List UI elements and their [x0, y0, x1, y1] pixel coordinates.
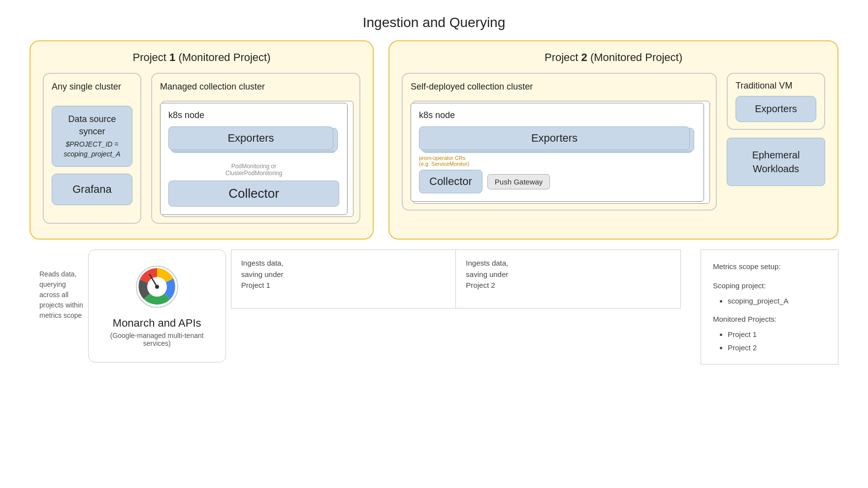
page-title: Ingestion and Querying — [0, 0, 868, 40]
self-deployed-cluster-box: Self-deployed collection cluster k8s nod… — [402, 73, 717, 211]
collector-row: Collector Push Gateway — [419, 170, 696, 193]
exporters-box: Exporters — [168, 126, 333, 150]
scoping-project-value: scoping_project_A — [728, 294, 826, 307]
traditional-vm-label: Traditional VM — [736, 81, 816, 91]
monarch-icon — [135, 265, 179, 309]
managed-cluster-box: Managed collection cluster k8s node — [151, 73, 360, 224]
ingest1-block: Ingests data, saving under Project 1 — [231, 249, 456, 308]
project2-box: Project 2 (Monitored Project) Self-deplo… — [388, 40, 838, 240]
monitored-label: Monitored Projects: — [713, 312, 826, 326]
project2-label: Project 2 (Monitored Project) — [402, 51, 825, 64]
bottom-row: Reads data, querying across all projects… — [30, 249, 838, 365]
reads-data-text: Reads data, querying across all projects… — [39, 249, 83, 321]
exporters-box-p2: Exporters — [419, 126, 690, 150]
push-gateway-box: Push Gateway — [487, 174, 550, 189]
k8s-node-label: k8s node — [168, 110, 339, 121]
data-source-box: Data source syncer $PROJECT_ID = scoping… — [52, 106, 132, 167]
monitored-item-2: Project 2 — [728, 341, 826, 354]
monitored-item-1: Project 1 — [728, 328, 826, 341]
project1-label: Project 1 (Monitored Project) — [43, 51, 360, 64]
metrics-scope-box: Metrics scope setup: Scoping project: sc… — [701, 249, 838, 365]
collector-box: Collector — [168, 181, 339, 207]
monarch-box-wrapper: Monarch and APIs (Google-managed multi-t… — [88, 249, 226, 363]
ingest2-block: Ingests data, saving under Project 2 — [455, 249, 681, 308]
grafana-box: Grafana — [52, 174, 132, 205]
k8s-main-card: k8s node Exporters PodMonitoring or Clus… — [160, 103, 348, 215]
collector-box-p2: Collector — [419, 170, 482, 193]
data-source-subtitle: $PROJECT_ID = scoping_project_A — [61, 140, 123, 159]
k8s-node-label-p2: k8s node — [419, 110, 696, 121]
monarch-label: Monarch and APIs — [108, 317, 206, 330]
ephemeral-box: Ephemeral Workloads — [727, 138, 825, 186]
k8s-main-card-p2: k8s node Exporters prom-operator CRs (e.… — [411, 103, 704, 202]
project1-box: Project 1 (Monitored Project) Any single… — [30, 40, 374, 240]
metrics-scope-title: Metrics scope setup: — [713, 260, 826, 273]
self-deployed-cluster-label: Self-deployed collection cluster — [411, 82, 708, 92]
svg-point-3 — [155, 285, 159, 289]
any-single-cluster-label: Any single cluster — [52, 82, 132, 92]
right-column: Traditional VM Exporters Ephemeral Workl… — [727, 73, 825, 211]
monarch-sublabel: (Google-managed multi-tenant services) — [108, 332, 206, 347]
managed-cluster-label: Managed collection cluster — [160, 82, 352, 92]
scoping-project-label: Scoping project: — [713, 279, 826, 292]
pod-monitoring-annotation: PodMonitoring or ClusterPodMonitoring — [168, 156, 339, 177]
ingests-section: Ingests data, saving under Project 1 Ing… — [231, 249, 681, 308]
any-single-cluster-box: Any single cluster Data source syncer $P… — [43, 73, 141, 224]
monarch-box: Monarch and APIs (Google-managed multi-t… — [88, 249, 226, 363]
trad-exporters-box: Exporters — [736, 96, 816, 122]
prom-operator-label: prom-operator CRs (e.g. ServiceMonitor) — [419, 155, 696, 167]
traditional-vm-box: Traditional VM Exporters — [727, 73, 825, 130]
k8s-node-container: k8s node Exporters PodMonitoring or Clus… — [160, 99, 352, 215]
